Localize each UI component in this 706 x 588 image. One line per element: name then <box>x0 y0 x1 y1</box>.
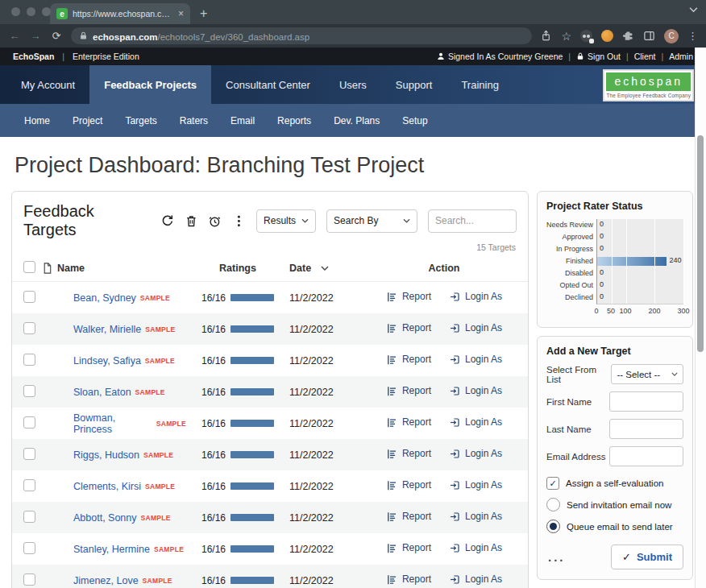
forward-button[interactable]: → <box>29 30 42 42</box>
column-ratings[interactable]: Ratings <box>186 263 289 274</box>
target-name-link[interactable]: Abbott, Sonny <box>73 512 137 524</box>
login-as-link[interactable]: Login As <box>449 511 502 523</box>
zoom-window-dot[interactable] <box>42 7 51 16</box>
extension-cookie-icon[interactable] <box>601 30 613 42</box>
login-as-link[interactable]: Login As <box>449 385 502 397</box>
first-name-field[interactable] <box>609 391 683 412</box>
target-name-link[interactable]: Sloan, Eaton <box>73 387 131 398</box>
row-checkbox[interactable] <box>23 542 35 554</box>
select-from-list-dropdown[interactable]: -- Select -- <box>611 364 683 384</box>
subnav-email[interactable]: Email <box>219 115 266 126</box>
share-icon[interactable] <box>540 30 552 42</box>
close-window-dot[interactable] <box>11 7 20 16</box>
target-name-link[interactable]: Stanley, Hermine <box>73 544 150 555</box>
more-options-icon[interactable] <box>232 214 246 228</box>
last-name-field[interactable] <box>609 419 683 439</box>
row-checkbox[interactable] <box>23 385 35 397</box>
target-name-link[interactable]: Bean, Sydney <box>73 292 136 304</box>
report-link[interactable]: Report <box>386 322 431 334</box>
report-link[interactable]: Report <box>386 416 431 429</box>
back-button[interactable]: ← <box>8 30 21 42</box>
extension-glasses-icon[interactable] <box>580 30 592 42</box>
row-checkbox[interactable] <box>23 511 35 523</box>
page-scrollbar[interactable] <box>695 48 706 588</box>
row-checkbox[interactable] <box>23 479 35 491</box>
browser-tab[interactable]: e https://www.echospan.com/ec × <box>50 3 190 24</box>
subnav-project[interactable]: Project <box>61 115 114 126</box>
report-link[interactable]: Report <box>386 385 431 397</box>
nav-feedback-projects[interactable]: Feedback Projects <box>89 65 211 104</box>
login-as-link[interactable]: Login As <box>449 542 502 554</box>
search-input[interactable] <box>428 209 517 233</box>
subnav-dev-plans[interactable]: Dev. Plans <box>322 115 391 126</box>
report-link[interactable]: Report <box>386 448 431 460</box>
report-link[interactable]: Report <box>386 291 431 303</box>
login-as-link[interactable]: Login As <box>449 291 502 303</box>
schedule-icon[interactable] <box>208 214 222 228</box>
subnav-raters[interactable]: Raters <box>168 115 219 126</box>
row-checkbox[interactable] <box>23 574 35 586</box>
nav-training[interactable]: Training <box>446 65 513 104</box>
target-name-link[interactable]: Lindsey, Safiya <box>73 355 141 366</box>
side-panel-icon[interactable] <box>643 30 655 42</box>
document-icon[interactable] <box>41 262 53 275</box>
login-as-link[interactable]: Login As <box>449 322 502 334</box>
send-email-now-radio[interactable] <box>546 498 560 511</box>
target-name-link[interactable]: Jimenez, Love <box>73 575 139 586</box>
column-date[interactable]: Date <box>289 263 372 274</box>
refresh-icon[interactable] <box>160 214 174 228</box>
self-evaluation-checkbox[interactable]: ✓ <box>546 477 559 490</box>
submit-button[interactable]: ✓ Submit <box>611 545 683 569</box>
client-link[interactable]: Client <box>634 52 656 61</box>
search-by-dropdown[interactable]: Search By <box>326 209 417 233</box>
profile-avatar[interactable]: C <box>664 29 679 43</box>
subnav-reports[interactable]: Reports <box>266 115 322 126</box>
reload-button[interactable]: ⟳ <box>50 30 63 42</box>
target-name-link[interactable]: Bowman, Princess <box>73 412 152 435</box>
report-link[interactable]: Report <box>386 511 431 523</box>
login-as-link[interactable]: Login As <box>449 479 502 491</box>
minimize-window-dot[interactable] <box>27 7 35 16</box>
nav-users[interactable]: Users <box>325 65 381 104</box>
sign-out-link[interactable]: Sign Out <box>576 52 621 61</box>
target-name-link[interactable]: Riggs, Hudson <box>73 449 139 461</box>
row-checkbox[interactable] <box>23 354 35 366</box>
login-as-link[interactable]: Login As <box>449 448 502 460</box>
row-checkbox[interactable] <box>23 322 35 334</box>
delete-icon[interactable] <box>185 214 198 228</box>
report-link[interactable]: Report <box>386 479 431 491</box>
report-link[interactable]: Report <box>386 542 431 554</box>
scrollbar-thumb[interactable] <box>697 135 704 352</box>
row-checkbox[interactable] <box>23 448 35 460</box>
row-checkbox[interactable] <box>23 291 35 303</box>
browser-menu-icon[interactable]: ⋮ <box>687 30 698 42</box>
more-options-link[interactable]: ... <box>546 550 566 564</box>
new-tab-button[interactable]: + <box>200 3 207 24</box>
nav-consultant-center[interactable]: Consultant Center <box>211 65 325 104</box>
subnav-setup[interactable]: Setup <box>391 115 438 126</box>
results-dropdown[interactable]: Results <box>256 209 316 233</box>
report-link[interactable]: Report <box>386 354 431 366</box>
extensions-puzzle-icon[interactable] <box>622 30 634 42</box>
sort-chevron-icon[interactable] <box>321 266 329 271</box>
login-as-link[interactable]: Login As <box>449 354 502 366</box>
email-address-field[interactable] <box>609 446 683 466</box>
select-all-checkbox[interactable] <box>23 261 35 273</box>
column-name[interactable]: Name <box>57 263 186 274</box>
queue-email-radio[interactable] <box>546 520 560 533</box>
window-controls[interactable] <box>11 7 51 16</box>
tab-close-icon[interactable]: × <box>178 8 184 19</box>
nav-support[interactable]: Support <box>381 65 447 104</box>
login-as-link[interactable]: Login As <box>449 574 502 586</box>
bookmark-star-icon[interactable]: ☆ <box>561 30 571 43</box>
target-name-link[interactable]: Walker, Mirielle <box>73 324 141 335</box>
subnav-home[interactable]: Home <box>13 115 61 126</box>
tab-search-chevron-icon[interactable] <box>689 6 698 13</box>
nav-my-account[interactable]: My Account <box>6 65 89 104</box>
row-checkbox[interactable] <box>23 416 35 429</box>
report-link[interactable]: Report <box>386 574 431 586</box>
target-name-link[interactable]: Clements, Kirsi <box>73 481 141 492</box>
login-as-link[interactable]: Login As <box>449 416 502 429</box>
admin-link[interactable]: Admin <box>669 52 693 61</box>
address-bar[interactable]: echospan.com/echotools7_dev/360_dashboar… <box>71 27 532 44</box>
